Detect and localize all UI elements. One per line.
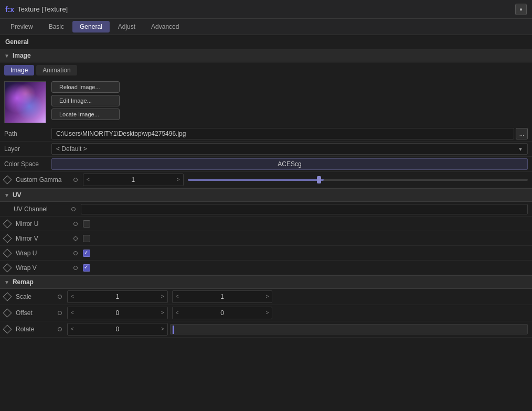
locate-image-button[interactable]: Locate Image... bbox=[51, 109, 120, 120]
offset2-increment[interactable]: > bbox=[264, 307, 271, 319]
gamma-slider-track[interactable] bbox=[188, 179, 528, 181]
remap-group-header[interactable]: ▼ Remap bbox=[0, 275, 532, 289]
offset2-decrement[interactable]: < bbox=[174, 307, 181, 319]
offset-row: Offset < > < > bbox=[0, 305, 532, 321]
remap-group-label: Remap bbox=[13, 278, 34, 286]
rotate-spinner: < > bbox=[67, 323, 168, 336]
scale1-value[interactable] bbox=[76, 292, 159, 301]
mirror-u-diamond-icon bbox=[3, 219, 12, 228]
offset1-value[interactable] bbox=[76, 308, 159, 318]
path-input[interactable] bbox=[51, 128, 514, 139]
colorspace-value[interactable]: ACEScg bbox=[51, 158, 528, 170]
tab-general[interactable]: General bbox=[72, 21, 110, 33]
scale1-increment[interactable]: > bbox=[159, 291, 166, 302]
image-group-header[interactable]: ▼ Image bbox=[0, 49, 532, 62]
mirror-u-row: Mirror U bbox=[0, 217, 532, 231]
path-browse-button[interactable]: ... bbox=[516, 128, 528, 139]
close-button[interactable]: ● bbox=[515, 4, 527, 15]
offset-circle bbox=[58, 311, 62, 315]
image-collapse-arrow: ▼ bbox=[4, 53, 9, 59]
gamma-value[interactable] bbox=[92, 175, 175, 185]
wrap-u-circle bbox=[73, 251, 78, 255]
mirror-v-checkbox[interactable] bbox=[83, 235, 90, 242]
offset1-increment[interactable]: > bbox=[159, 307, 166, 319]
rotate-value[interactable] bbox=[76, 325, 159, 334]
gamma-decrement[interactable]: < bbox=[84, 174, 92, 186]
rotate-label: Rotate bbox=[16, 326, 52, 333]
offset-diamond-icon bbox=[3, 309, 12, 318]
window-title: Texture [Texture] bbox=[17, 5, 68, 13]
wrap-v-diamond-icon bbox=[3, 263, 12, 272]
mirror-v-label: Mirror V bbox=[16, 235, 68, 242]
wrap-v-row: Wrap V bbox=[0, 261, 532, 275]
offset2-value[interactable] bbox=[181, 308, 264, 318]
wrap-u-diamond-icon bbox=[3, 248, 12, 257]
layer-row: Layer < Default > ▼ bbox=[0, 142, 532, 157]
uv-channel-input[interactable] bbox=[81, 204, 528, 214]
reload-image-button[interactable]: Reload Image... bbox=[51, 81, 120, 93]
rotate-decrement[interactable]: < bbox=[69, 323, 76, 335]
layer-dropdown-arrow: ▼ bbox=[518, 146, 523, 152]
tab-preview[interactable]: Preview bbox=[3, 21, 40, 33]
gamma-row: Custom Gamma < > bbox=[0, 172, 532, 188]
scale2-value[interactable] bbox=[181, 292, 264, 301]
image-group-label: Image bbox=[13, 52, 31, 59]
remap-group-content: Scale < > < > Offset < > < > Rotate bbox=[0, 289, 532, 338]
fx-icon: f:x bbox=[5, 5, 14, 14]
image-thumbnail bbox=[4, 81, 46, 123]
tab-bar: Preview Basic General Adjust Advanced bbox=[0, 19, 532, 35]
uv-group-label: UV bbox=[13, 191, 22, 199]
scale-spinner-1: < > bbox=[67, 290, 168, 303]
uv-channel-row: UV Channel bbox=[0, 202, 532, 217]
scale2-increment[interactable]: > bbox=[264, 291, 271, 302]
scale-diamond-icon bbox=[3, 293, 12, 301]
image-buttons: Reload Image... Edit Image... Locate Ima… bbox=[51, 81, 120, 120]
scale2-decrement[interactable]: < bbox=[174, 291, 181, 302]
wrap-u-checkbox[interactable] bbox=[83, 250, 90, 257]
window-controls: ● bbox=[515, 4, 527, 15]
rotate-slider[interactable] bbox=[170, 324, 528, 334]
image-area: Reload Image... Edit Image... Locate Ima… bbox=[0, 78, 532, 126]
colorspace-label: Color Space bbox=[4, 160, 51, 168]
mirror-u-checkbox[interactable] bbox=[83, 220, 90, 228]
uv-collapse-arrow: ▼ bbox=[4, 192, 9, 198]
rotate-row: Rotate < > bbox=[0, 321, 532, 338]
tab-advanced[interactable]: Advanced bbox=[144, 21, 186, 33]
image-group-content: Image Animation Reload Image... Edit Ima… bbox=[0, 62, 532, 188]
path-row: Path ... bbox=[0, 126, 532, 142]
edit-image-button[interactable]: Edit Image... bbox=[51, 95, 120, 106]
gamma-label: Custom Gamma bbox=[16, 176, 68, 183]
rotate-circle bbox=[58, 327, 62, 331]
uv-channel-circle bbox=[71, 207, 76, 211]
rotate-cursor bbox=[173, 326, 174, 334]
scale-circle bbox=[58, 295, 62, 299]
scale1-decrement[interactable]: < bbox=[69, 291, 76, 302]
tab-basic[interactable]: Basic bbox=[41, 21, 71, 33]
offset1-decrement[interactable]: < bbox=[69, 307, 76, 319]
section-label: General bbox=[0, 35, 532, 49]
scale-label: Scale bbox=[16, 293, 52, 300]
offset-label: Offset bbox=[16, 309, 52, 317]
offset-spinner-1: < > bbox=[67, 307, 168, 319]
scale-spinner-2: < > bbox=[172, 290, 273, 303]
mirror-u-label: Mirror U bbox=[16, 220, 68, 228]
tab-adjust[interactable]: Adjust bbox=[111, 21, 143, 33]
layer-dropdown[interactable]: < Default > ▼ bbox=[51, 143, 528, 155]
sub-tab-animation[interactable]: Animation bbox=[36, 65, 77, 75]
uv-group-header[interactable]: ▼ UV bbox=[0, 188, 532, 202]
title-bar: f:x Texture [Texture] ● bbox=[0, 0, 532, 19]
colorspace-row: Color Space ACEScg bbox=[0, 157, 532, 172]
remap-collapse-arrow: ▼ bbox=[4, 279, 9, 285]
mirror-v-diamond-icon bbox=[3, 234, 12, 243]
mirror-v-row: Mirror V bbox=[0, 231, 532, 246]
path-label: Path bbox=[4, 130, 51, 137]
gamma-slider-thumb[interactable] bbox=[317, 176, 321, 183]
wrap-v-checkbox[interactable] bbox=[83, 264, 90, 272]
rotate-diamond-icon bbox=[3, 325, 12, 334]
sub-tab-image[interactable]: Image bbox=[4, 65, 34, 75]
gamma-diamond-icon bbox=[3, 176, 12, 185]
gamma-increment[interactable]: > bbox=[175, 174, 182, 186]
rotate-increment[interactable]: > bbox=[159, 323, 166, 335]
sub-tab-bar: Image Animation bbox=[0, 62, 532, 78]
wrap-u-row: Wrap U bbox=[0, 246, 532, 261]
